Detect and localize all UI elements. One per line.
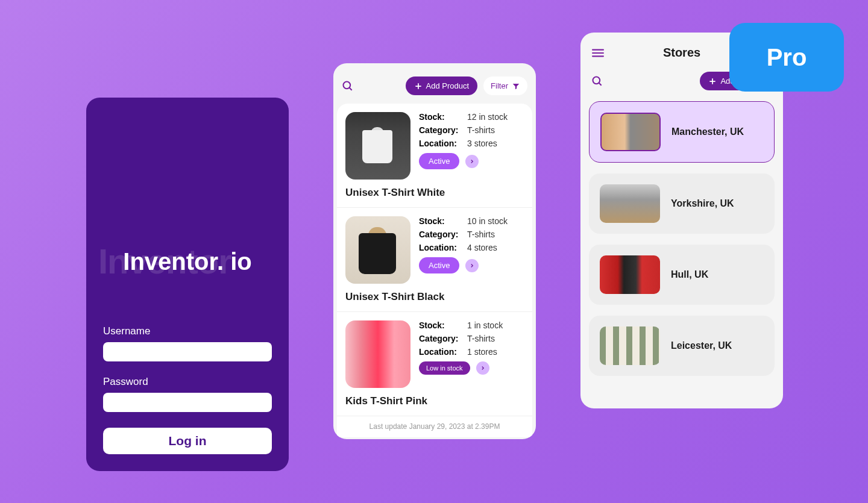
product-card: Stock:1 in stock Category:T-shirts Locat… — [337, 312, 532, 416]
store-card-manchester[interactable]: Manchester, UK — [589, 101, 775, 163]
search-icon[interactable] — [591, 75, 603, 87]
products-toolbar: Add Product Filter — [333, 63, 536, 104]
plus-icon — [708, 77, 717, 86]
store-name: Leicester, UK — [671, 340, 732, 351]
brand-title: Inventor. io — [86, 248, 289, 275]
username-input[interactable] — [103, 342, 272, 361]
stock-label: Stock: — [419, 320, 467, 330]
store-name: Hull, UK — [671, 269, 708, 280]
category-value: T-shirts — [467, 334, 495, 343]
login-button[interactable]: Log in — [103, 428, 272, 454]
password-input[interactable] — [103, 393, 272, 412]
category-value: T-shirts — [467, 230, 495, 239]
stock-label: Stock: — [419, 216, 467, 226]
product-image — [345, 112, 410, 180]
product-title: Unisex T-Shirt Black — [345, 291, 524, 303]
add-product-button[interactable]: Add Product — [406, 77, 478, 95]
products-screen: Add Product Filter Stock:12 in stock Cat… — [333, 63, 536, 439]
location-label: Location: — [419, 139, 467, 148]
store-card-hull[interactable]: Hull, UK — [589, 245, 775, 305]
store-name: Yorkshire, UK — [671, 198, 734, 209]
product-card: Stock:12 in stock Category:T-shirts Loca… — [337, 104, 532, 208]
svg-point-0 — [344, 81, 351, 89]
stock-value: 1 in stock — [467, 320, 503, 330]
store-card-yorkshire[interactable]: Yorkshire, UK — [589, 173, 775, 234]
status-badge: Active — [419, 257, 459, 273]
filter-button[interactable]: Filter — [483, 77, 527, 95]
store-image — [600, 113, 661, 151]
product-image — [345, 320, 410, 388]
status-badge: Low in stock — [419, 361, 470, 375]
product-image — [345, 216, 410, 284]
store-image — [600, 326, 660, 365]
product-list: Stock:12 in stock Category:T-shirts Loca… — [337, 104, 532, 437]
product-detail-button[interactable] — [476, 361, 489, 375]
store-image — [600, 255, 660, 294]
stock-label: Stock: — [419, 112, 467, 122]
plus-icon — [414, 82, 423, 90]
status-badge: Active — [419, 153, 459, 169]
product-title: Kids T-Shirt Pink — [345, 395, 524, 407]
last-update-text: Last update January 29, 2023 at 2.39PM — [337, 416, 532, 437]
chevron-right-icon — [469, 158, 475, 164]
stores-list: Manchester, UK Yorkshire, UK Hull, UK Le… — [580, 101, 783, 376]
product-card: Stock:10 in stock Category:T-shirts Loca… — [337, 208, 532, 312]
store-card-leicester[interactable]: Leicester, UK — [589, 316, 775, 376]
location-value: 4 stores — [467, 243, 497, 252]
stock-value: 12 in stock — [467, 112, 508, 122]
svg-line-8 — [599, 83, 602, 85]
svg-point-7 — [593, 77, 600, 84]
login-screen: Inventor Inventor. io Username Password … — [86, 98, 289, 471]
filter-label: Filter — [491, 81, 508, 90]
add-product-label: Add Product — [426, 81, 470, 90]
product-meta: Stock:1 in stock Category:T-shirts Locat… — [419, 320, 524, 388]
store-name: Manchester, UK — [671, 127, 744, 137]
search-icon[interactable] — [342, 80, 354, 92]
category-label: Category: — [419, 334, 467, 343]
stock-value: 10 in stock — [467, 216, 508, 226]
category-label: Category: — [419, 125, 467, 135]
location-value: 3 stores — [467, 139, 497, 148]
chevron-right-icon — [469, 263, 475, 269]
pro-badge: Pro — [729, 23, 844, 92]
location-label: Location: — [419, 347, 467, 357]
product-meta: Stock:12 in stock Category:T-shirts Loca… — [419, 112, 524, 180]
chevron-right-icon — [480, 365, 486, 371]
filter-icon — [512, 82, 520, 90]
product-meta: Stock:10 in stock Category:T-shirts Loca… — [419, 216, 524, 284]
svg-line-1 — [350, 87, 352, 90]
password-label: Password — [103, 376, 272, 388]
category-value: T-shirts — [467, 125, 495, 135]
location-value: 1 stores — [467, 347, 497, 357]
category-label: Category: — [419, 230, 467, 239]
username-label: Username — [103, 325, 272, 337]
login-form: Username Password — [103, 325, 272, 426]
store-image — [600, 184, 660, 223]
location-label: Location: — [419, 243, 467, 252]
product-title: Unisex T-Shirt White — [345, 187, 524, 199]
product-detail-button[interactable] — [465, 259, 479, 272]
product-detail-button[interactable] — [465, 155, 479, 168]
menu-icon[interactable] — [591, 48, 605, 58]
